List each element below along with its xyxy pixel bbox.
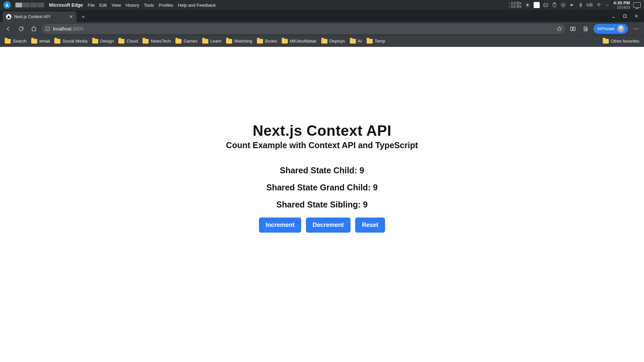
workspace-1[interactable] <box>15 3 22 7</box>
page-viewport: Next.js Context API Count Example with C… <box>0 47 644 362</box>
window-minimize-button[interactable] <box>608 11 619 21</box>
bookmark-label: Design <box>100 39 114 44</box>
bookmark-folder[interactable]: Books <box>257 39 277 44</box>
bookmark-folder[interactable]: NewsTech <box>143 39 171 44</box>
other-favorites[interactable]: Other favorites <box>603 39 639 44</box>
url-port: :3000 <box>71 26 83 32</box>
window-close-button[interactable] <box>631 11 641 21</box>
bookmark-folder[interactable]: MKAbuMattar <box>282 39 316 44</box>
svg-point-13 <box>598 6 599 7</box>
menu-tools[interactable]: Tools <box>144 3 154 8</box>
active-app-name: Microsoft Edge <box>49 2 83 8</box>
svg-rect-15 <box>624 15 626 17</box>
more-menu-button[interactable] <box>631 24 641 34</box>
increment-button[interactable]: Increment <box>259 218 301 233</box>
browser-toolbar: localhost:3000 InPrivate <box>0 22 644 36</box>
tab-strip: Next.js Context API ✕ ＋ <box>0 10 644 22</box>
tray-app-icon[interactable] <box>534 2 540 8</box>
shared-state-grand-child: Shared State Grand Child: 9 <box>0 183 644 192</box>
volume-icon[interactable] <box>569 2 575 8</box>
shared-state-sibling: Shared State Sibling: 9 <box>0 200 644 209</box>
bookmark-folder[interactable]: Cloud <box>118 39 138 44</box>
site-info-icon[interactable] <box>45 26 50 32</box>
url-host: localhost <box>53 26 71 32</box>
svg-point-23 <box>585 28 587 30</box>
display-icon[interactable] <box>633 2 641 8</box>
bookmark-folder[interactable]: email <box>31 39 50 44</box>
new-tab-button[interactable]: ＋ <box>78 12 88 21</box>
menu-edit[interactable]: Edit <box>99 3 107 8</box>
folder-icon <box>54 39 60 44</box>
folder-icon <box>282 39 288 44</box>
other-favorites-label: Other favorites <box>611 39 639 44</box>
tab-title: Next.js Context API <box>14 14 66 19</box>
inprivate-profile-badge[interactable]: InPrivate <box>593 24 628 34</box>
bookmark-folder[interactable]: Design <box>92 39 114 44</box>
menu-file[interactable]: File <box>88 3 95 8</box>
keyboard-layout[interactable]: US <box>587 2 593 7</box>
bookmark-folder[interactable]: AI <box>350 39 362 44</box>
shared-state-child: Shared State Child: 9 <box>0 166 644 175</box>
bluetooth-icon[interactable] <box>578 2 583 8</box>
bookmarks-bar: Search email Social Media Design Cloud N… <box>0 36 644 47</box>
bookmark-folder[interactable]: Social Media <box>54 39 87 44</box>
clipboard-icon[interactable] <box>552 2 557 8</box>
terminal-icon[interactable] <box>543 2 548 8</box>
menu-history[interactable]: History <box>125 3 139 8</box>
window-maximize-button[interactable] <box>620 11 630 21</box>
chevron-down-icon[interactable] <box>605 2 610 8</box>
page-title: Next.js Context API <box>0 122 644 139</box>
address-bar[interactable]: localhost:3000 <box>42 24 565 34</box>
inprivate-label: InPrivate <box>597 26 614 31</box>
arch-launcher-icon[interactable] <box>3 1 11 9</box>
bookmark-folder[interactable]: Deploys <box>321 39 345 44</box>
reset-button[interactable]: Reset <box>355 218 385 233</box>
page-subtitle: Count Example with Context API and TypeS… <box>0 140 644 150</box>
folder-icon <box>321 39 327 44</box>
bookmark-folder[interactable]: Temp <box>367 39 385 44</box>
folder-icon <box>603 39 609 44</box>
workspace-2[interactable] <box>23 3 30 7</box>
network-speed-indicator: ↓0.0 B/s ↑0.0 B/s <box>508 2 522 8</box>
counter-buttons: Increment Decrement Reset <box>0 218 644 233</box>
bookmark-label: Games <box>183 39 198 44</box>
browser-tab[interactable]: Next.js Context API ✕ <box>3 11 76 22</box>
clock[interactable]: 4:35 PM 10/14/23 <box>613 1 630 9</box>
tab-favicon-icon <box>6 14 11 19</box>
menu-view[interactable]: View <box>111 3 121 8</box>
wifi-icon[interactable] <box>596 2 601 8</box>
bookmark-folder[interactable]: Games <box>175 39 198 44</box>
net-up-value: 0.0 B/s <box>511 5 522 8</box>
bookmark-folder[interactable]: Search <box>5 39 26 44</box>
svg-point-0 <box>527 4 528 6</box>
weather-icon[interactable] <box>525 2 530 8</box>
svg-line-6 <box>529 6 529 7</box>
bookmark-folder[interactable]: Learn <box>202 39 221 44</box>
bookmark-folder[interactable]: Watching <box>226 39 252 44</box>
workspace-switcher[interactable] <box>15 3 44 7</box>
back-button[interactable] <box>3 24 13 34</box>
home-button[interactable] <box>29 24 39 34</box>
media-play-icon[interactable] <box>560 2 566 8</box>
page-content: Next.js Context API Count Example with C… <box>0 122 644 233</box>
collections-icon[interactable] <box>581 24 591 34</box>
bookmark-label: Cloud <box>126 39 138 44</box>
svg-point-25 <box>635 28 636 29</box>
folder-icon <box>92 39 98 44</box>
bookmark-label: NewsTech <box>151 39 171 44</box>
refresh-button[interactable] <box>16 24 26 34</box>
split-screen-icon[interactable] <box>568 24 578 34</box>
decrement-button[interactable]: Decrement <box>306 218 351 233</box>
menu-help[interactable]: Help and Feedback <box>178 3 216 8</box>
bookmark-label: MKAbuMattar <box>290 39 316 44</box>
favorite-star-icon[interactable] <box>556 26 562 32</box>
workspace-3[interactable] <box>30 3 37 7</box>
workspace-4[interactable] <box>38 3 44 7</box>
bookmark-label: Books <box>265 39 277 44</box>
tab-close-icon[interactable]: ✕ <box>69 14 73 19</box>
menu-profiles[interactable]: Profiles <box>159 3 173 8</box>
bookmark-label: Watching <box>234 39 252 44</box>
bookmark-label: Deploys <box>329 39 345 44</box>
svg-rect-22 <box>573 27 575 31</box>
bookmark-label: Social Media <box>62 39 87 44</box>
